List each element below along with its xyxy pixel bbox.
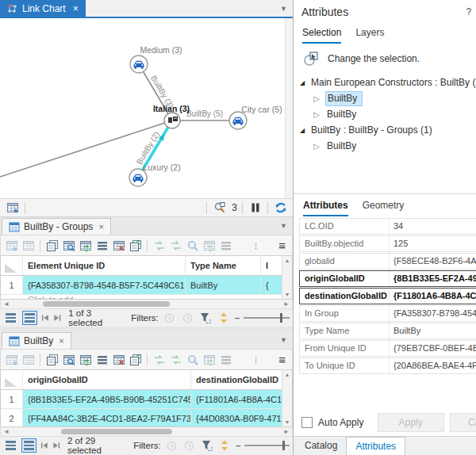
tree-item-label[interactable]: BuiltBy [325, 140, 361, 153]
zoom-out-icon[interactable]: – [236, 441, 240, 450]
scroll-left-icon[interactable]: ◄ [3, 428, 10, 435]
table-view-icon[interactable] [3, 438, 17, 453]
overflow-dots-icon[interactable]: ⋮ [252, 242, 259, 250]
cell-type-name[interactable]: BuiltBy [186, 276, 261, 294]
overflow-dots-icon[interactable]: ⋮ [252, 356, 259, 364]
chart-vertical-scrollbar[interactable] [285, 18, 293, 198]
tab-catalog[interactable]: Catalog [296, 437, 346, 455]
node-medium[interactable] [130, 55, 148, 73]
scrollbar-thumb[interactable] [43, 301, 170, 307]
selection-filter-icon[interactable] [200, 438, 213, 453]
tab-layers[interactable]: Layers [355, 27, 384, 44]
table-menu-icon[interactable]: ≡ [278, 354, 289, 365]
row-number[interactable]: 2 [1, 409, 23, 427]
tab-builtby[interactable]: BuiltBy × [2, 332, 71, 349]
sort-updown-icon[interactable] [218, 438, 232, 453]
expanded-icon[interactable]: ◢ [298, 79, 306, 86]
tab-builtby-groups[interactable]: BuiltBy - Groups × [2, 218, 111, 235]
tree-group[interactable]: ◢ Main European Constructors : BuiltBy (… [298, 75, 476, 90]
zoom-to-selection-icon[interactable] [61, 238, 76, 253]
calculate-field-icon[interactable] [21, 238, 36, 253]
table-row[interactable]: 1 {FA358307-B798-4548-B5F7-5C449C61B61C}… [1, 276, 292, 295]
selection-filter-icon[interactable] [198, 311, 213, 326]
field-value[interactable]: {FA358307-B798-4548-B5F7 [390, 308, 476, 318]
row-height-slider[interactable] [244, 317, 290, 319]
cell-destination-globalid[interactable]: {44D0830A-B0F9-471E-B [191, 409, 292, 427]
row-height-slider[interactable] [244, 445, 290, 446]
tree-item-label[interactable]: BuiltBy [325, 108, 361, 121]
select-all-icon[interactable] [94, 238, 109, 253]
close-icon[interactable]: × [98, 222, 103, 231]
cancel-button[interactable]: Cancel [450, 413, 476, 432]
tab-list-caret-icon[interactable]: ▼ [280, 5, 293, 13]
link-chart-canvas[interactable]: BuiltBy (3) BuiltBy (5) BuiltBy (2) [0, 18, 293, 198]
subtab-geometry[interactable]: Geometry [363, 200, 405, 216]
collapsed-icon[interactable]: ▷ [313, 94, 321, 103]
subtab-attributes[interactable]: Attributes [303, 200, 348, 216]
apply-button[interactable]: Apply [378, 413, 444, 432]
related-rows-icon[interactable] [218, 352, 233, 367]
column-header[interactable]: destinationGlobalID [191, 370, 292, 389]
slider-handle[interactable] [282, 441, 285, 450]
select-all-icon[interactable] [94, 352, 109, 367]
add-row-hint[interactable]: Click to add... [1, 295, 292, 300]
tree-item[interactable]: ▷ BuiltBy [313, 106, 476, 122]
table-horizontal-scrollbar[interactable]: ◄ ► [0, 300, 293, 309]
go-first-icon[interactable] [40, 442, 48, 449]
time-filter-icon[interactable] [163, 311, 177, 326]
scroll-down-icon[interactable]: ▼ [285, 419, 290, 425]
scroll-right-icon[interactable]: ► [283, 300, 290, 308]
calculate-field-icon[interactable] [21, 352, 36, 367]
clear-selection-icon[interactable] [111, 352, 126, 367]
table-row[interactable]: 1 {8B1B33E5-EF2A-49B5-B90B-45251C7458E6}… [1, 390, 292, 409]
collapsed-icon[interactable]: ▷ [313, 110, 321, 119]
related-rows-icon[interactable] [218, 238, 233, 253]
go-last-icon[interactable] [53, 314, 61, 322]
cell-origin-globalid[interactable]: {8B1B33E5-EF2A-49B5-B90B-45251C7458E6} [23, 390, 191, 408]
delete-selected-icon[interactable] [128, 352, 143, 367]
related-zoom-icon[interactable] [185, 352, 200, 367]
field-value[interactable]: {F11801A6-4B8A-4C1D-A46 [390, 291, 476, 300]
field-value[interactable]: BuiltBy [390, 326, 476, 335]
related-zoom-icon[interactable] [185, 238, 200, 253]
scroll-down-icon[interactable]: ▼ [285, 292, 290, 297]
column-header[interactable]: Type Name [186, 256, 261, 275]
refresh-icon[interactable] [273, 201, 288, 216]
sort-updown-icon[interactable] [217, 311, 231, 326]
new-table-icon[interactable] [5, 201, 20, 216]
table-row[interactable]: 2 {FF4AA84C-3B2E-4CD1-8EA2-F79A1F7335C5}… [1, 409, 292, 427]
select-all-corner[interactable] [1, 370, 23, 389]
field-value[interactable]: {79EB7CBF-0BEF-4B9B-8579 [390, 343, 476, 353]
table-vertical-scrollbar[interactable]: ▲▼ [282, 370, 292, 426]
auto-apply-checkbox[interactable] [301, 417, 313, 428]
delete-selected-icon[interactable] [128, 238, 143, 253]
switch-selection-icon[interactable] [78, 238, 93, 253]
tree-group[interactable]: ◢ BuiltBy : BuiltBy - Groups (1) [298, 122, 476, 138]
cell-origin-globalid[interactable]: {FF4AA84C-3B2E-4CD1-8EA2-F79A1F7335C5} [23, 409, 191, 427]
clear-selection-icon[interactable] [111, 238, 126, 253]
field-value[interactable]: 125 [390, 239, 476, 248]
add-field-icon[interactable] [4, 238, 19, 253]
slider-handle[interactable] [280, 313, 282, 323]
column-header[interactable]: originGlobalID [23, 370, 191, 389]
zoom-to-selection-icon[interactable] [61, 352, 76, 367]
tree-item[interactable]: ▷ BuiltBy [313, 90, 476, 106]
tab-link-chart[interactable]: Link Chart × [0, 0, 86, 17]
time-filter-icon[interactable] [165, 438, 178, 453]
change-selection-row[interactable]: Change the selection. ▼ [294, 44, 476, 73]
scrollbar-thumb[interactable] [61, 429, 172, 434]
zoom-out-icon[interactable]: – [235, 313, 240, 323]
field-value[interactable]: {20A86BEA-BAE4-4F33-B10 [390, 361, 476, 370]
table-horizontal-scrollbar[interactable]: ◄ ► [0, 427, 293, 437]
help-icon[interactable]: ? [466, 6, 471, 17]
switch-selection-icon[interactable] [78, 352, 93, 367]
tab-selection[interactable]: Selection [302, 27, 341, 44]
field-value[interactable]: 34 [390, 221, 476, 231]
scroll-up-icon[interactable]: ▲ [285, 372, 290, 377]
scroll-right-icon[interactable]: ► [283, 428, 290, 435]
tree-item-label[interactable]: BuiltBy [325, 91, 363, 106]
copy-icon[interactable] [44, 238, 60, 253]
pause-icon[interactable] [248, 201, 263, 216]
cell-element-unique-id[interactable]: {FA358307-B798-4548-B5F7-5C449C61B61C} [23, 276, 186, 294]
table-view-icon[interactable] [3, 311, 18, 325]
